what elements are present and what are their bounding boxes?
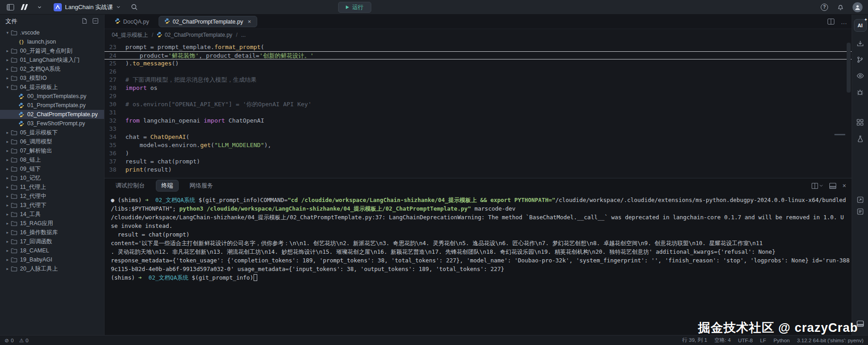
tree-item[interactable]: ▸19_BabyAGI [0, 255, 104, 264]
download-icon[interactable] [855, 38, 865, 48]
tree-item[interactable]: ▸15_RAG应用 [0, 219, 104, 228]
sidebar-toggle-icon[interactable] [5, 2, 15, 12]
line-number[interactable]: 23 [105, 43, 125, 51]
line-number[interactable]: 33 [105, 125, 125, 133]
tree-item-label: 01_LangChain快速入门 [20, 56, 80, 64]
tree-item[interactable]: 01_PromptTemplate.py [0, 101, 104, 110]
more-actions-icon[interactable]: … [841, 18, 847, 25]
code-editor[interactable]: 23prompt = prompt_template.format_prompt… [105, 41, 852, 178]
status-count: 0 [11, 338, 14, 343]
search-icon[interactable] [130, 2, 140, 12]
code-text: model=os.environ.get("LLM_MODELEND"), [125, 142, 271, 148]
breadcrumb-item[interactable]: 02_ChatPromptTemplate.py [157, 32, 232, 39]
tree-item[interactable]: ▸13_代理下 [0, 201, 104, 210]
status-item[interactable]: LF [760, 338, 766, 343]
line-number[interactable]: 27 [105, 76, 125, 84]
tree-item[interactable]: 03_FewShotPrompt.py [0, 119, 104, 128]
tree-item[interactable]: ▸00_开篇词_奇点时刻 [0, 46, 104, 55]
line-number[interactable]: 36 [105, 149, 125, 158]
tree-item[interactable]: 00_ImportTemplates.py [0, 92, 104, 101]
tree-item[interactable]: ▸11_代理上 [0, 182, 104, 192]
app-logo-icon[interactable] [22, 4, 28, 10]
line-number[interactable]: 29 [105, 92, 125, 100]
panel-tab[interactable]: 终端 [156, 180, 179, 192]
status-item[interactable]: UTF-8 [738, 338, 753, 343]
breadcrumb: 04_提示模板上/02_ChatPromptTemplate.py/... [105, 29, 852, 41]
tree-item[interactable]: 02_ChatPromptTemplate.py [0, 110, 104, 119]
workspace-switcher[interactable]: LangChain 实战课 [51, 2, 123, 12]
debug-bug-icon[interactable] [855, 87, 865, 97]
tree-item[interactable]: ▸09_链下 [0, 164, 104, 173]
split-terminal-icon[interactable] [812, 183, 823, 189]
open-in-editor-icon[interactable] [856, 195, 865, 204]
code-token: ) [125, 150, 129, 157]
logo-menu-chevron-icon[interactable] [35, 2, 45, 12]
ai-assistant-button[interactable]: AI ✦ [854, 19, 867, 32]
user-avatar[interactable] [853, 2, 863, 12]
status-item[interactable]: 行 39, 列 1 [682, 337, 707, 344]
scrollbar-thumb[interactable] [847, 43, 851, 93]
code-lines: 23prompt = prompt_template.format_prompt… [105, 43, 852, 174]
line-number[interactable]: 30 [105, 100, 125, 108]
status-item[interactable]: Python [773, 338, 790, 343]
close-icon[interactable]: × [248, 19, 251, 25]
status-item[interactable]: 空格: 4 [714, 337, 731, 344]
status-item[interactable]: 3.12.2 64-bit ('shims': pyenv) [797, 338, 863, 343]
tree-item[interactable]: ▸12_代理中 [0, 192, 104, 201]
line-number[interactable]: 26 [105, 68, 125, 76]
tree-item[interactable]: ▾.vscode [0, 28, 104, 37]
tree-item[interactable]: ▸10_记忆 [0, 173, 104, 182]
bell-icon[interactable] [835, 2, 845, 12]
collapse-all-icon[interactable] [92, 18, 99, 25]
source-control-icon[interactable] [855, 54, 865, 64]
code-line: 28import os [105, 84, 852, 92]
chevron-right-icon: ▸ [5, 167, 10, 171]
preview-eye-icon[interactable] [855, 71, 865, 81]
tree-item[interactable]: ▸06_调用模型 [0, 137, 104, 146]
lab-flask-icon[interactable] [855, 133, 865, 143]
extensions-grid-icon[interactable] [855, 117, 865, 127]
tree-item[interactable]: ▸02_文档QA系统 [0, 64, 104, 74]
tree-item[interactable]: ▸01_LangChain快速入门 [0, 55, 104, 64]
line-number[interactable]: 24 [105, 52, 125, 59]
line-number[interactable]: 25 [105, 59, 125, 68]
line-number[interactable]: 32 [105, 117, 125, 125]
status-problems[interactable]: ⊘0 [5, 337, 14, 344]
panel-layout-icon[interactable] [829, 183, 836, 189]
split-editor-icon[interactable] [828, 19, 834, 25]
editor-tab[interactable]: DocQA.py [109, 16, 155, 27]
terminal-list-icon[interactable] [856, 207, 865, 216]
line-number[interactable]: 37 [105, 158, 125, 166]
editor-tabbar: DocQA.py02_ChatPromptTemplate.py× … [105, 15, 852, 29]
tree-item[interactable]: {}launch.json [0, 37, 104, 46]
panel-tab[interactable]: 网络服务 [184, 180, 219, 192]
breadcrumb-item[interactable]: ... [241, 32, 245, 38]
tree-item[interactable]: ▾04_提示模板上 [0, 83, 104, 92]
line-number[interactable]: 35 [105, 141, 125, 149]
tree-item[interactable]: ▸16_操作数据库 [0, 228, 104, 237]
tree-item-label: 10_记忆 [20, 174, 41, 182]
tree-item[interactable]: ▸17_回调函数 [0, 237, 104, 246]
help-icon[interactable]: ? [821, 4, 828, 11]
tree-item[interactable]: ▸20_人脉工具上 [0, 264, 104, 273]
tree-item[interactable]: ▸03_模型IO [0, 74, 104, 83]
terminal[interactable]: ● (shims) ➜ 02_文档QA系统 $(git_prompt_info)… [105, 193, 852, 335]
breadcrumb-item[interactable]: 04_提示模板上 [112, 31, 148, 39]
tree-item[interactable]: ▸14_工具 [0, 210, 104, 219]
status-problems[interactable]: ⚠0 [19, 337, 29, 344]
line-number[interactable]: 34 [105, 133, 125, 141]
line-number[interactable]: 31 [105, 108, 125, 117]
line-number[interactable]: 28 [105, 84, 125, 92]
tree-item[interactable]: ▸05_提示模板下 [0, 128, 104, 137]
new-file-icon[interactable] [81, 18, 88, 25]
run-button[interactable]: 运行 [338, 2, 371, 13]
close-panel-icon[interactable]: × [843, 182, 846, 189]
tree-item[interactable]: ▸08_链上 [0, 155, 104, 164]
panel-tab[interactable]: 调试控制台 [110, 180, 150, 192]
tree-item[interactable]: ▸07_解析输出 [0, 146, 104, 155]
minimap-marker [834, 134, 845, 135]
terminal-line: se invoke instead. [111, 222, 848, 230]
tree-item[interactable]: ▸18_CAMEL [0, 246, 104, 255]
line-number[interactable]: 38 [105, 166, 125, 174]
editor-tab[interactable]: 02_ChatPromptTemplate.py× [159, 16, 257, 27]
